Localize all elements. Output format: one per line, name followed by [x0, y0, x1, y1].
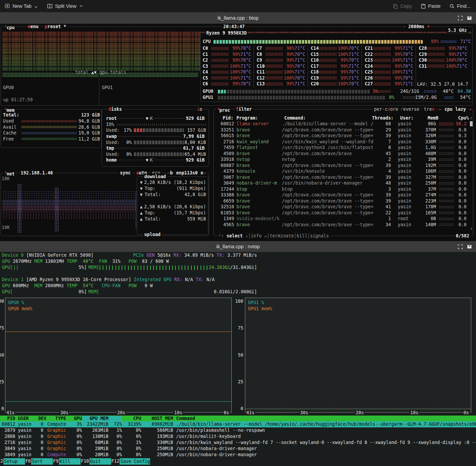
- proc-footer-terminate[interactable]: terminate: [270, 233, 294, 238]
- nvtop-header-gpu[interactable]: GPU: [66, 416, 82, 422]
- nvtop-process-row[interactable]: 3849 yasin 0 Compute 0% 28MiB 0% 0% 250M…: [0, 452, 476, 458]
- maximize-pane-icon[interactable]: [458, 16, 463, 21]
- proc-row[interactable]: 17244 btop btop 3 yasin 37M 0.0: [214, 186, 473, 192]
- proc-row[interactable]: 61853 brave /opt/brave.com/brave/brave -…: [214, 210, 473, 216]
- proc-header-program[interactable]: Program:: [236, 115, 258, 121]
- new-tab-button[interactable]: New Tab: [5, 3, 38, 9]
- net-sync-toggle[interactable]: sync: [119, 170, 132, 176]
- nvtop-gpumem: 138MiB: [82, 433, 108, 440]
- btop-preset-button[interactable]: preset *: [44, 24, 67, 30]
- core-usage-graph: [211, 59, 229, 62]
- nvtop-header-pid[interactable]: PID: [0, 416, 15, 422]
- proc-header-command[interactable]: Command:: [284, 115, 306, 121]
- proc-mem: 165M: [421, 210, 436, 216]
- core-percent: 100%: [230, 63, 241, 69]
- nvtop-process-row[interactable]: 3849 yasin 0 Graphic 0% 28MiB 0% 0% 250M…: [0, 446, 476, 452]
- proc-percore-toggle[interactable]: per-coore: [373, 106, 399, 112]
- maximize-pane-icon[interactable]: [458, 244, 463, 249]
- proc-row[interactable]: 33251 brave /opt/brave.com/brave/brave -…: [214, 127, 473, 133]
- proc-header-user[interactable]: User:: [400, 115, 414, 121]
- core-label: C9: [257, 57, 265, 63]
- proc-user: yasin: [398, 186, 421, 192]
- btop-cpu-box-title[interactable]: 1cpu: [4, 24, 16, 31]
- nvtop-process-row[interactable]: 2716 yasin 0 Graphic 0% 68MiB 0% 1% 330M…: [0, 440, 476, 446]
- nvtop-fkey-button[interactable]: F10Quit: [81, 458, 111, 465]
- chevron-down-icon[interactable]: [80, 5, 83, 7]
- nvtop-cpu-pct: 0%: [122, 452, 141, 458]
- chevron-down-icon[interactable]: [35, 6, 38, 8]
- core-temp: 70°C: [241, 45, 251, 51]
- proc-program: nvidia-modeset/k: [236, 216, 282, 222]
- btop-disks-box-title[interactable]: disks: [107, 106, 123, 112]
- copy-button[interactable]: Copy: [393, 3, 412, 9]
- nvtop-gpu-pct: 0%: [66, 427, 82, 433]
- fkey-action: Sort: [31, 458, 53, 465]
- core-temp: 71°C: [402, 45, 413, 51]
- proc-reverse-toggle[interactable]: reverse: [399, 106, 420, 112]
- proc-row[interactable]: 33918 nvtop nvtop 2 yasin 39M 0.0: [214, 156, 473, 163]
- nvtop-header-hostmem[interactable]: HOST MEM: [141, 416, 173, 422]
- nvtop-header-command[interactable]: Command: [173, 416, 476, 422]
- proc-row[interactable]: 1349 nvidia-modeset/k 1 root 0B 0.0: [214, 216, 473, 222]
- proc-cpu-graph: [439, 158, 454, 161]
- nvtop-header-type[interactable]: TYPE: [43, 416, 66, 422]
- proc-row[interactable]: 3849 nobara-driver-m /usr/bin/nobara-dri…: [214, 180, 473, 186]
- proc-row[interactable]: 56015 brave /opt/brave.com/brave/brave -…: [214, 133, 473, 139]
- net-next-iface[interactable]: n→: [200, 170, 207, 176]
- proc-scroll-down-icon[interactable]: ↓: [470, 225, 473, 231]
- proc-row[interactable]: 6659 brave /opt/brave.com/brave/brave --…: [214, 198, 473, 204]
- proc-header-pid[interactable]: Pid:: [221, 115, 233, 121]
- proc-row[interactable]: 33388 brave /opt/brave.com/brave/brave -…: [214, 192, 473, 198]
- proc-user: yasin: [398, 151, 421, 157]
- proc-scrollbar-thumb[interactable]: [470, 121, 473, 126]
- proc-row[interactable]: 4509 brave /opt/brave.com/brave/brave 45…: [214, 151, 473, 157]
- split-view-button[interactable]: Split View: [47, 3, 82, 9]
- split-pane-icon[interactable]: [467, 16, 472, 21]
- proc-footer-kill[interactable]: kill: [296, 233, 307, 238]
- net-prev-iface[interactable]: ←b: [166, 170, 174, 176]
- proc-program: brave: [236, 174, 282, 181]
- nvtop-process-row[interactable]: 2879 yasin 0 Graphic 0% 263MiB 1% 0% 566…: [0, 427, 476, 433]
- nvtop-fkey-button[interactable]: F9Kill: [53, 458, 81, 465]
- proc-row[interactable]: 60887 brave /opt/brave.com/brave/brave -…: [214, 163, 473, 169]
- proc-row[interactable]: 7459 flatpost /usr/bin/python3 /usr/bin/…: [214, 145, 473, 151]
- proc-header-cpu[interactable]: Cpu%: [455, 115, 469, 121]
- btop-menu-button[interactable]: menu: [27, 24, 40, 30]
- proc-footer-info[interactable]: info: [251, 233, 262, 238]
- proc-row[interactable]: 5067 brave /opt/brave.com/brave/brave --…: [214, 174, 473, 181]
- proc-tree-toggle[interactable]: tree: [423, 106, 436, 112]
- nvtop-fkey-button[interactable]: 2Setup: [0, 458, 25, 465]
- nvtop-header-gpumem[interactable]: GPU MEM: [82, 416, 108, 422]
- nvtop-header-user[interactable]: USER: [15, 416, 38, 422]
- nvtop-command: /usr/bin/nobara-driver-manager: [173, 452, 476, 458]
- nvtop-process-row[interactable]: 60812 yasin 0 Compute 3% 23422MiB 72% 31…: [0, 421, 476, 427]
- proc-header-threads[interactable]: Threads:: [372, 115, 393, 121]
- proc-sort-selector[interactable]: ← cpu lazy →: [438, 106, 472, 112]
- btop-interval-control[interactable]: - 2000ms +: [402, 24, 431, 30]
- nvtop-fkey-button[interactable]: F6Sort: [25, 458, 53, 465]
- nvtop-header-dev[interactable]: DEV: [38, 416, 43, 422]
- nvtop-header-cpu[interactable]: CPU: [122, 416, 141, 422]
- proc-row[interactable]: 2716 kwin_wayland /usr/bin/kwin_wayland …: [214, 139, 473, 145]
- paste-button[interactable]: Paste: [421, 3, 441, 9]
- proc-footer-signals[interactable]: signals: [310, 233, 329, 238]
- proc-row[interactable]: 32510 brave /opt/brave.com/brave/brave -…: [214, 204, 473, 210]
- gpu1-row: GPU1 0% 15M/2.0G 54°C: [203, 94, 471, 101]
- proc-scroll-up-icon[interactable]: ↑: [470, 115, 473, 121]
- split-pane-icon[interactable]: [467, 244, 472, 249]
- core-percent: 100%: [338, 81, 349, 87]
- proc-row[interactable]: 4565 brave /opt/brave.com/brave/brave --…: [214, 222, 473, 228]
- proc-row[interactable]: 4379 konsole /usr/bin/konsole 4 yasin 18…: [214, 168, 473, 174]
- find-button[interactable]: Find...: [450, 3, 471, 9]
- nvtop-mempct: 72%: [108, 421, 122, 427]
- btop-proc-box-title[interactable]: 4proc: [216, 106, 231, 113]
- proc-filter-button[interactable]: filter: [235, 106, 253, 112]
- nvtop-fkey-button[interactable]: F12Save Config: [111, 458, 150, 465]
- proc-mem: 0B: [421, 216, 436, 222]
- nvtop-process-row[interactable]: 2808 yasin 0 Graphic 0% 138MiB 0% 0% 193…: [0, 433, 476, 440]
- proc-header-memb[interactable]: MemB: [417, 115, 438, 121]
- proc-footer-select[interactable]: select: [227, 233, 243, 238]
- btop-io-toggle[interactable]: io: [196, 106, 203, 112]
- nvtop-header-gpumem-pct[interactable]: [108, 416, 122, 422]
- proc-row[interactable]: 60812 llama-server ./build/bin/llama-ser…: [214, 121, 473, 127]
